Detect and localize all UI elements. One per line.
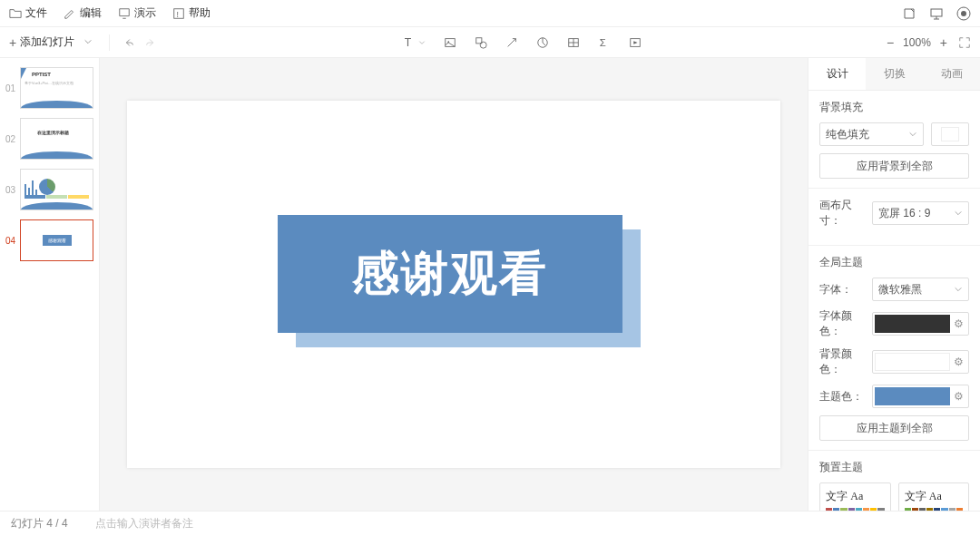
thumbnail-4[interactable]: 04感谢观看 (5, 219, 93, 261)
bg-color-label: 背景颜色： (819, 346, 865, 377)
notes-input[interactable]: 点击输入演讲者备注 (95, 516, 969, 531)
svg-text:!: ! (176, 9, 178, 18)
section-preset-themes: 预置主题 文字 Aa文字 Aa文字 Aa文字 Aa文字 Aa文字 Aa (808, 451, 980, 511)
global-theme-title: 全局主题 (819, 255, 969, 270)
tab-design[interactable]: 设计 (808, 58, 866, 90)
svg-point-9 (480, 42, 486, 48)
section-background: 背景填充 纯色填充 应用背景到全部 (808, 91, 980, 189)
folder-icon (9, 7, 22, 20)
font-color-label: 字体颜色： (819, 308, 865, 339)
apply-theme-button[interactable]: 应用主题到全部 (819, 415, 969, 441)
add-slide-dropdown[interactable] (83, 36, 96, 49)
thumbnail-3[interactable]: 03 (5, 169, 93, 210)
right-panel: 设计 切换 动画 背景填充 纯色填充 应用背景到全部 画布尺寸： 宽屏 16 :… (808, 58, 980, 511)
menu-help-label: 帮助 (189, 5, 211, 21)
zoom-control: − 100% + (887, 35, 947, 50)
menu-edit[interactable]: 编辑 (64, 5, 102, 21)
redo-icon[interactable] (144, 36, 157, 49)
canvas-size-value: 宽屏 16 : 9 (878, 206, 930, 221)
separator (109, 34, 110, 51)
media-tool[interactable] (629, 36, 642, 49)
font-select[interactable]: 微软雅黑 (872, 278, 969, 301)
slide-counter: 幻灯片 4 / 4 (11, 516, 68, 531)
chart-tool[interactable] (536, 36, 549, 49)
font-label: 字体： (819, 282, 865, 297)
line-tool[interactable] (505, 36, 518, 49)
tab-animation[interactable]: 动画 (923, 58, 980, 90)
font-color-swatch[interactable]: ⚙ (872, 312, 969, 336)
theme-sample-label: 文字 Aa (905, 489, 964, 504)
section-global-theme: 全局主题 字体：微软雅黑 字体颜色：⚙ 背景颜色：⚙ 主题色：⚙ 应用主题到全部 (808, 246, 980, 451)
zoom-out-button[interactable]: − (887, 35, 894, 50)
menu-file-label: 文件 (25, 5, 47, 21)
shape-tool[interactable] (475, 36, 487, 49)
bg-fill-title: 背景填充 (819, 100, 969, 115)
section-canvas-size: 画布尺寸： 宽屏 16 : 9 (808, 189, 980, 246)
mini-sub: 基于Vue3+Pixi…在线演示文档 (24, 81, 89, 85)
mini-title: PPTIST (32, 72, 51, 77)
fill-type-value: 纯色填充 (826, 127, 869, 142)
canvas-size-select[interactable]: 宽屏 16 : 9 (872, 201, 969, 225)
main-area: 01PPTIST基于Vue3+Pixi…在线演示文档 02在这里演示标题 03 … (0, 58, 980, 511)
help-icon: ! (172, 7, 185, 20)
bg-color-swatch[interactable]: ⚙ (872, 350, 969, 374)
undo-icon[interactable] (122, 36, 135, 49)
mini-text: 感谢观看 (43, 235, 72, 246)
zoom-in-button[interactable]: + (940, 35, 947, 50)
formula-tool[interactable]: Σ (598, 36, 611, 49)
tab-transition[interactable]: 切换 (866, 58, 923, 90)
thumb-number: 03 (5, 185, 16, 195)
github-icon[interactable] (956, 6, 971, 21)
theme-color-label: 主题色： (819, 389, 865, 404)
gear-icon: ⚙ (950, 390, 966, 403)
add-slide-button[interactable]: +添加幻灯片 (9, 34, 74, 50)
theme-color-swatch[interactable]: ⚙ (872, 385, 969, 408)
table-tool[interactable] (567, 36, 580, 49)
slide-title-text[interactable]: 感谢观看 (352, 242, 548, 306)
menu-help[interactable]: !帮助 (172, 5, 211, 21)
menu-edit-label: 编辑 (80, 5, 102, 21)
svg-rect-0 (174, 8, 184, 18)
pencil-icon (64, 7, 76, 20)
apply-bg-button[interactable]: 应用背景到全部 (819, 153, 969, 179)
add-slide-label: 添加幻灯片 (20, 34, 74, 50)
canvas-size-label: 画布尺寸： (819, 198, 865, 229)
theme-sample-label: 文字 Aa (826, 489, 885, 504)
mini-title: 在这里演示标题 (37, 130, 69, 135)
fit-screen-icon[interactable] (958, 36, 971, 49)
thumbnail-1[interactable]: 01PPTIST基于Vue3+Pixi…在线演示文档 (5, 67, 93, 109)
theme-card[interactable]: 文字 Aa (819, 482, 891, 511)
panel-tabs: 设计 切换 动画 (808, 58, 980, 91)
fill-type-select[interactable]: 纯色填充 (819, 122, 924, 146)
gear-icon: ⚙ (950, 317, 966, 330)
thumbnail-panel: 01PPTIST基于Vue3+Pixi…在线演示文档 02在这里演示标题 03 … (0, 58, 100, 511)
theme-card[interactable]: 文字 Aa (898, 482, 970, 511)
status-bar: 幻灯片 4 / 4 点击输入演讲者备注 (0, 511, 980, 536)
thumb-number: 01 (5, 83, 16, 93)
font-value: 微软雅黑 (878, 282, 922, 297)
image-tool[interactable] (444, 36, 456, 49)
export-icon[interactable] (902, 6, 916, 21)
text-tool[interactable]: T (403, 36, 426, 49)
slide-stage[interactable]: 感谢观看 (127, 101, 780, 468)
svg-rect-2 (931, 9, 942, 16)
svg-text:Σ: Σ (599, 37, 605, 48)
canvas-area[interactable]: 感谢观看 (100, 58, 808, 511)
thumb-number: 02 (5, 134, 16, 144)
present-icon[interactable] (929, 6, 944, 21)
zoom-value[interactable]: 100% (903, 36, 931, 49)
shape-title-rect[interactable]: 感谢观看 (278, 215, 622, 333)
thumbnail-2[interactable]: 02在这里演示标题 (5, 118, 93, 160)
menu-bar: 文件 编辑 演示 !帮助 (0, 0, 980, 27)
svg-point-4 (961, 11, 966, 16)
thumb-number: 04 (5, 236, 16, 246)
svg-text:T: T (404, 36, 411, 49)
menu-present-label: 演示 (134, 5, 156, 21)
toolbar: +添加幻灯片 T Σ − 100% + (0, 27, 980, 58)
menu-file[interactable]: 文件 (9, 5, 47, 21)
bg-color-picker[interactable] (931, 122, 969, 146)
play-icon (118, 7, 131, 20)
menu-present[interactable]: 演示 (118, 5, 156, 21)
preset-theme-title: 预置主题 (819, 460, 969, 475)
gear-icon: ⚙ (950, 356, 966, 368)
